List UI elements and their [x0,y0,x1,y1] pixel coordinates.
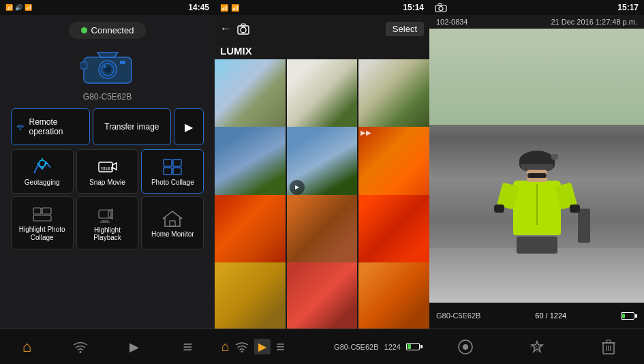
time-3: 15:17 [617,3,639,12]
footer-device-2: G80-C5E62B [334,343,378,351]
viewer-bottom-nav [429,329,644,364]
video-badge-6: ▶▶ [361,129,371,136]
album-name: LUMIX [215,42,429,59]
camera-toolbar-icon [236,22,250,35]
photo-cell-4[interactable] [215,127,286,198]
remote-operation-button[interactable]: Remote operation [11,108,90,145]
svg-rect-21 [33,208,41,214]
helmet-cam [551,154,558,160]
menu-icon-1: ≡ [183,339,193,355]
nav-delete-viewer[interactable] [594,332,624,362]
bg-person [578,209,590,243]
photo-cell-8[interactable] [287,195,358,266]
snap-movie-label: Snap Movie [89,179,125,186]
play-button[interactable]: ▶ [174,108,204,145]
photo-cell-2[interactable] [287,59,358,130]
gallery-toolbar: ← Select [215,15,429,42]
favorite-icon [529,339,545,355]
sunglasses-shape [527,173,547,178]
trash-icon [601,339,616,355]
back-arrow-2[interactable]: ← [220,22,231,35]
nav-favorite-viewer[interactable] [522,332,552,362]
photo-datetime: 21 Dec 2016 1:27:48 p.m. [551,18,637,26]
svg-rect-37 [438,4,442,6]
panel-gallery: 📶 📶 15:14 ← Select LUMIX ▶ [215,0,429,364]
highlight-playback-button[interactable]: Highlight Playback [76,196,139,249]
svg-marker-25 [108,209,112,219]
svg-point-36 [439,7,443,11]
photo-cell-5[interactable]: ▶ [287,127,358,198]
sky-bg [429,29,644,125]
wifi-icon-2 [235,342,249,352]
footer-count-2: 1224 [384,343,401,351]
menu-icon-2: ≡ [276,339,285,354]
helmet-shape [519,151,555,171]
ground-bg [429,248,644,303]
glove-right [570,204,580,213]
photo-cell-11[interactable] [287,262,358,329]
viewer-device: G80-C5E62B [436,312,480,320]
device-name-1: G80-C5E62B [83,92,132,102]
photo-content [429,29,644,303]
photo-cell-12[interactable] [358,262,429,329]
nav-home-2[interactable]: ⌂ [221,339,230,354]
geotagging-label: Geotagging [25,179,60,186]
photo-info-bar: 102-0834 21 Dec 2016 1:27:48 p.m. [429,15,644,29]
status-icons-2: 📶 📶 [220,4,239,12]
nav-menu-1[interactable]: ≡ [173,332,203,362]
svg-text:SNAP: SNAP [101,166,114,171]
geotagging-button[interactable]: Geotagging [11,149,74,194]
play-icon-1: ▶ [129,339,139,354]
bottom-nav-1: ⌂ ▶ ≡ [0,329,215,364]
photo-cell-1[interactable] [215,59,286,130]
remote-operation-label: Remote operation [29,117,85,136]
photo-cell-6[interactable]: ▶▶ [358,127,429,198]
snap-movie-button[interactable]: SNAP Snap Movie [76,149,139,194]
svg-rect-7 [120,61,125,64]
battery-icon-2 [406,343,423,350]
gallery-footer: ⌂ ▶ ≡ G80-C5E62B 1224 [215,329,429,364]
bike-bar [517,237,557,254]
panel-connected: 📶 🔊 📶 14:45 Connected G80-C5E62B [0,0,215,364]
nav-home-1[interactable]: ⌂ [12,332,42,362]
nav-back-viewer[interactable] [450,332,480,362]
photo-collage-label: Photo Collage [151,179,194,186]
select-button[interactable]: Select [386,22,424,35]
cyclist-figure [513,151,561,254]
battery-icon-3 [621,312,637,320]
photo-cell-10[interactable] [215,262,286,329]
home-monitor-button[interactable]: Home Monitor [141,196,204,249]
photo-cell-7[interactable] [215,195,286,266]
nav-play-1[interactable]: ▶ [119,332,149,362]
highlight-playback-label: Highlight Playback [80,226,136,241]
highlight-photo-collage-button[interactable]: Highlight Photo Collage [11,196,74,249]
camera-small-icon [435,3,447,12]
grid-row-1: Geotagging SNAP Snap Movie Photo Collage [11,149,204,194]
nav-wifi-1[interactable] [65,332,95,362]
nav-play-2[interactable]: ▶ [254,339,271,354]
status-bar-3: 15:17 [429,0,644,15]
home-monitor-icon [162,209,183,228]
highlight-playback-icon [96,204,118,224]
camera-icon-wrap [80,47,135,88]
grid-row-2: Highlight Photo Collage Highlight Playba… [11,196,204,249]
photo-cell-9[interactable] [358,195,429,266]
svg-rect-33 [241,24,245,26]
connected-badge: Connected [69,22,147,39]
transfer-image-button[interactable]: Transfer image [93,108,172,145]
jacket-shape [513,181,561,235]
svg-rect-29 [170,221,175,226]
svg-rect-20 [173,168,181,175]
home-monitor-label: Home Monitor [151,230,194,238]
panel-viewer: 15:17 102-0834 21 Dec 2016 1:27:48 p.m. [429,0,644,364]
photo-collage-icon [162,157,183,176]
main-photo-viewer[interactable] [429,29,644,303]
viewer-count: 60 / 1224 [535,312,566,320]
svg-rect-1 [80,62,87,69]
photo-grid: ▶ ▶▶ [215,59,429,329]
highlight-photo-collage-icon [31,204,53,223]
photo-cell-3[interactable] [358,59,429,130]
select-label[interactable]: Select [386,22,424,36]
photo-collage-button[interactable]: Photo Collage [141,149,204,194]
video-icon-5: ▶ [295,184,299,190]
